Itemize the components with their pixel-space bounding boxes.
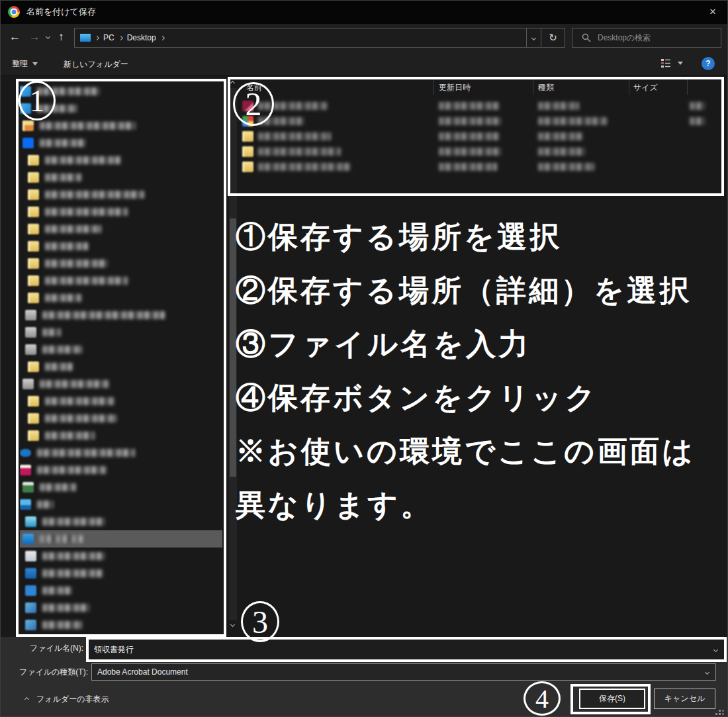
cancel-button[interactable]: キャンセル: [654, 689, 715, 709]
back-button[interactable]: ←: [9, 31, 21, 42]
file-name-combo[interactable]: [89, 640, 724, 659]
chevron-up-icon: [24, 697, 29, 702]
breadcrumb-pc[interactable]: PC: [103, 33, 114, 42]
history-dropdown-icon[interactable]: [46, 34, 50, 39]
breadcrumb-separator-icon: [118, 35, 123, 40]
annotation-circle-2: 2: [233, 82, 274, 126]
save-button[interactable]: 保存(S): [579, 689, 645, 709]
file-type-value: Adobe Acrobat Document: [97, 667, 705, 677]
annotation-box-2: [228, 77, 724, 196]
search-icon: [582, 33, 591, 42]
search-box[interactable]: Desktopの検索: [572, 28, 721, 48]
chevron-down-icon[interactable]: [713, 647, 718, 651]
view-options-button[interactable]: [660, 58, 683, 68]
search-input[interactable]: Desktopの検索: [598, 32, 651, 44]
breadcrumb-desktop[interactable]: Desktop: [127, 33, 156, 42]
resize-grip-icon[interactable]: [719, 710, 721, 712]
forward-button[interactable]: →: [29, 31, 40, 42]
new-folder-button[interactable]: 新しいフォルダー: [64, 59, 128, 70]
instruction-line-3: ③ファイル名を入力: [236, 318, 728, 371]
breadcrumb-separator-icon: [95, 35, 99, 40]
file-name-label: ファイル名(N):: [7, 643, 83, 654]
chevron-down-icon: [678, 62, 683, 65]
annotation-box-1: [16, 79, 226, 637]
title-bar: 名前を付けて保存 ×: [0, 0, 728, 24]
annotation-circle-3: 3: [241, 601, 279, 642]
chrome-icon: [8, 6, 20, 18]
instruction-line-1: ①保存する場所を選択: [236, 211, 728, 264]
annotation-circle-4: 4: [523, 681, 561, 716]
refresh-button[interactable]: ↻: [541, 28, 565, 47]
help-button[interactable]: ?: [702, 57, 715, 70]
window-title: 名前を付けて保存: [26, 6, 96, 18]
organize-button[interactable]: 整理: [12, 58, 38, 70]
file-type-select[interactable]: Adobe Acrobat Document: [91, 663, 716, 681]
file-type-label: ファイルの種類(T):: [7, 667, 88, 678]
breadcrumb-separator-icon: [160, 35, 165, 40]
instruction-text: ①保存する場所を選択 ②保存する場所（詳細）を選択 ③ファイル名を入力 ④保存ボ…: [236, 211, 728, 532]
chevron-down-icon: [705, 669, 709, 674]
command-bar: 整理 新しいフォルダー ?: [0, 52, 728, 75]
organize-label: 整理: [12, 58, 28, 70]
instruction-line-4: ④保存ボタンをクリック: [236, 371, 728, 425]
up-button[interactable]: ↑: [58, 31, 64, 42]
instruction-line-6: 異なります。: [236, 479, 728, 532]
address-dropdown-button[interactable]: [526, 28, 541, 47]
annotation-circle-1: 1: [19, 81, 56, 120]
hide-folders-label: フォルダーの非表示: [36, 694, 109, 705]
file-name-input[interactable]: [89, 644, 714, 655]
hide-folders-button[interactable]: フォルダーの非表示: [25, 694, 109, 705]
close-button[interactable]: ×: [698, 0, 728, 24]
instruction-line-2: ②保存する場所（詳細）を選択: [236, 264, 728, 318]
chevron-down-icon: [32, 62, 38, 66]
navigation-bar: ← → ↑ PC Desktop ↻ Desktopの検索: [0, 24, 728, 52]
address-bar[interactable]: PC Desktop ↻: [74, 28, 565, 48]
annotation-box-3: [86, 637, 727, 662]
list-view-icon: [660, 58, 671, 68]
instruction-line-5: ※お使いの環境でここの画面は: [236, 425, 728, 479]
pc-icon: [80, 34, 91, 42]
breadcrumb: PC Desktop: [75, 28, 526, 47]
